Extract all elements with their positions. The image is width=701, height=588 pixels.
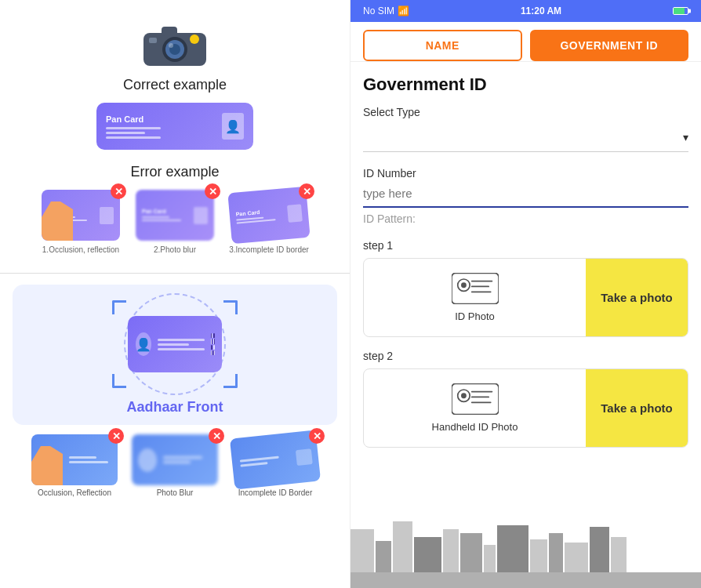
select-type-label: Select Type	[363, 106, 688, 118]
svg-point-4	[169, 43, 173, 48]
form-area: Government ID Select Type Aadhaar PAN Ca…	[350, 62, 701, 517]
building-13	[611, 537, 627, 572]
building-2	[376, 541, 391, 572]
correct-label: Correct example	[123, 77, 227, 93]
aadhaar-title: Aadhaar Front	[126, 399, 223, 416]
step2-photo-label: Handheld ID Photo	[432, 421, 518, 433]
step2-take-photo-btn[interactable]: Take a photo	[586, 369, 688, 447]
building-11	[565, 543, 588, 572]
error-caption-3: 3.Incomplete ID border	[229, 245, 309, 254]
step2-photo-row: Handheld ID Photo Take a photo	[363, 368, 688, 448]
building-6	[460, 533, 482, 572]
card-line-1	[106, 127, 161, 129]
section-divider	[0, 273, 350, 274]
hand-overlay	[42, 201, 73, 241]
aadhaar-avatar: 👤	[136, 332, 151, 356]
err-bot-card-wrap-occlusion: ✕	[31, 434, 118, 485]
error-label: Error example	[130, 164, 219, 180]
aadhaar-scan-card: 👤	[128, 316, 222, 372]
qr-code	[211, 333, 214, 355]
step1-photo-row: ID Photo Take a photo	[363, 258, 688, 337]
err-bot-caption-blur: Photo Blur	[157, 488, 194, 497]
err-bot-blur: ✕ Photo Blur	[128, 434, 222, 497]
left-top-section: Correct example Pan Card 👤 Error example	[0, 0, 350, 262]
select-type-row[interactable]: Aadhaar PAN Card Passport Driving Licens…	[363, 123, 688, 152]
camera-icon	[140, 16, 210, 71]
cityscape	[350, 517, 701, 588]
err-bot-badge-blur: ✕	[209, 428, 224, 444]
error-examples: ✕ Pan Card 1.Occlusion, reflection	[30, 190, 320, 254]
handheld-id-icon	[452, 383, 499, 415]
no-sim-text: No SIM	[363, 5, 394, 16]
error-item-blur: ✕ Pan Card 2.Photo blur	[132, 190, 218, 254]
scan-corner-bl	[112, 374, 126, 388]
step2-photo-left: Handheld ID Photo	[364, 369, 586, 447]
error-item-occlusion: ✕ Pan Card 1.Occlusion, reflection	[38, 190, 124, 254]
scan-lines	[158, 339, 205, 350]
step2-label: step 2	[363, 350, 688, 362]
error-card-border: Pan Card	[227, 187, 310, 244]
city-road	[350, 572, 701, 588]
step1-take-photo-btn[interactable]: Take a photo	[586, 259, 688, 336]
right-panel: No SIM 📶 11:20 AM NAME GOVERNMENT ID Gov…	[350, 0, 701, 588]
error-caption-2: 2.Photo blur	[154, 245, 196, 254]
id-number-label: ID Number	[363, 167, 416, 180]
building-8	[497, 525, 528, 572]
step1-photo-label: ID Photo	[455, 310, 495, 322]
battery-icon	[673, 7, 688, 15]
status-bar: No SIM 📶 11:20 AM	[350, 0, 701, 22]
building-9	[530, 539, 547, 572]
building-3	[393, 521, 412, 572]
step1-label: step 1	[363, 239, 688, 252]
error-badge-blur: ✕	[205, 183, 220, 199]
building-10	[549, 533, 563, 572]
aadhaar-section: 👤 Aadhaar Front	[13, 285, 337, 425]
building-12	[590, 527, 609, 572]
err-bot-card-occlusion	[31, 434, 118, 485]
tabs-row: NAME GOVERNMENT ID	[350, 22, 701, 62]
aadhaar-scan-wrap: 👤	[112, 297, 238, 391]
id-number-input[interactable]	[363, 180, 688, 208]
building-1	[350, 529, 374, 572]
err-bot-caption-occlusion: Occlusion, Reflection	[38, 488, 111, 497]
err-bot-card-border	[230, 430, 321, 489]
error-badge-border: ✕	[299, 183, 314, 199]
id-photo-icon	[452, 273, 499, 304]
err-bot-card-blur	[132, 434, 218, 485]
id-pattern-label: ID Pattern:	[363, 212, 688, 225]
svg-point-6	[190, 34, 199, 44]
correct-card: Pan Card 👤	[96, 103, 253, 150]
pan-card-label: Pan Card	[106, 114, 214, 124]
err-bot-card-wrap-border: ✕	[232, 434, 318, 485]
select-type-dropdown[interactable]: Aadhaar PAN Card Passport Driving Licens…	[363, 123, 683, 148]
error-card-blur: Pan Card	[136, 190, 214, 241]
err-bot-occlusion: ✕ Occlusion, Reflection	[27, 434, 122, 497]
svg-rect-5	[162, 27, 177, 36]
error-item-border: ✕ Pan Card 3.Incomplete ID border	[226, 190, 312, 254]
tab-government-id[interactable]: GOVERNMENT ID	[530, 30, 689, 61]
scan-corner-br	[223, 374, 238, 388]
tab-name[interactable]: NAME	[363, 30, 522, 61]
err-bot-caption-border: Incomplete ID Border	[238, 488, 313, 497]
err-bot-card-wrap-blur: ✕	[132, 434, 218, 485]
scan-corner-tr	[223, 300, 238, 314]
status-right	[673, 7, 688, 15]
svg-point-10	[461, 282, 467, 288]
error-card-occlusion: Pan Card	[42, 190, 120, 241]
error-badge-occlusion: ✕	[111, 183, 126, 199]
chevron-down-icon: ▾	[683, 131, 688, 143]
err-bot-badge-occlusion: ✕	[108, 428, 124, 444]
card-line-2	[106, 132, 145, 134]
left-panel: Correct example Pan Card 👤 Error example	[0, 0, 350, 588]
err-bot-border: ✕ Incomplete ID Border	[228, 434, 322, 497]
battery-fill	[674, 8, 685, 14]
err-bot-badge-border: ✕	[309, 428, 325, 444]
card-photo: 👤	[222, 113, 244, 140]
buildings	[350, 517, 701, 572]
bottom-error-examples: ✕ Occlusion, Reflection ✕	[0, 425, 350, 497]
svg-rect-7	[149, 38, 157, 43]
svg-point-16	[461, 393, 467, 398]
status-left: No SIM 📶	[363, 5, 409, 16]
scan-corner-tl	[112, 300, 126, 314]
building-5	[443, 529, 459, 572]
